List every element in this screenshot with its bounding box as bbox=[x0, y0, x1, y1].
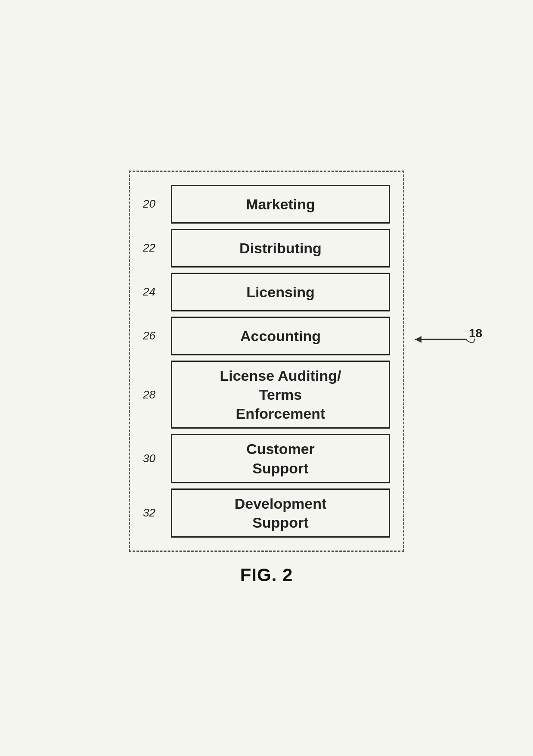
label-32: 32 bbox=[143, 506, 171, 520]
label-28: 28 bbox=[143, 388, 171, 401]
arrow-svg: 18 bbox=[411, 331, 471, 357]
page-container: 20 Marketing 22 Distributing 24 L bbox=[0, 0, 533, 756]
label-26: 26 bbox=[143, 329, 171, 342]
row-24: 24 Licensing bbox=[143, 273, 390, 311]
row-22: 22 Distributing bbox=[143, 229, 390, 268]
row-26: 26 Accounting bbox=[143, 317, 390, 355]
box-licensing: Licensing bbox=[171, 273, 390, 311]
box-marketing: Marketing bbox=[171, 185, 390, 224]
box-development-support: DevelopmentSupport bbox=[171, 488, 390, 538]
box-accounting: Accounting bbox=[171, 317, 390, 355]
label-22: 22 bbox=[143, 241, 171, 255]
row-32: 32 DevelopmentSupport bbox=[143, 488, 390, 538]
row-20: 20 Marketing bbox=[143, 185, 390, 224]
label-24: 24 bbox=[143, 285, 171, 299]
box-distributing: Distributing bbox=[171, 229, 390, 268]
outer-dashed-box: 20 Marketing 22 Distributing 24 L bbox=[129, 171, 404, 552]
box-customer-support: CustomerSupport bbox=[171, 434, 390, 483]
label-18-text: 18 bbox=[469, 327, 482, 340]
figure-label: FIG. 2 bbox=[240, 565, 293, 585]
diagram-wrapper: 20 Marketing 22 Distributing 24 L bbox=[103, 171, 430, 585]
label-20: 20 bbox=[143, 197, 171, 211]
row-30: 30 CustomerSupport bbox=[143, 434, 390, 483]
box-license-auditing: License Auditing/TermsEnforcement bbox=[171, 361, 390, 429]
svg-marker-1 bbox=[415, 336, 421, 343]
row-28: 28 License Auditing/TermsEnforcement bbox=[143, 361, 390, 429]
label-30: 30 bbox=[143, 452, 171, 465]
